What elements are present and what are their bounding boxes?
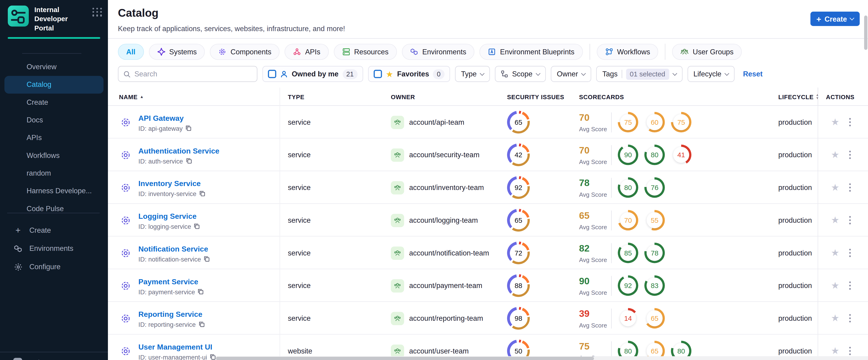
tab-resources[interactable]: Resources — [334, 44, 397, 60]
avg-score-label: Avg Score — [579, 322, 610, 328]
create-button[interactable]: + Create — [810, 11, 860, 26]
scope-dropdown[interactable]: Scope — [495, 66, 546, 82]
copy-icon[interactable] — [204, 256, 210, 262]
lifecycle-cell: production — [778, 151, 818, 159]
tags-dropdown[interactable]: Tags 01 selected — [596, 66, 682, 82]
scorecard-ring: 83 — [644, 275, 665, 296]
favorites-checkbox[interactable] — [374, 70, 382, 78]
avg-score-label: Avg Score — [579, 289, 610, 296]
copy-icon[interactable] — [210, 354, 216, 360]
copy-icon[interactable] — [199, 191, 205, 197]
reset-filters-link[interactable]: Reset — [743, 70, 763, 78]
favorites-filter[interactable]: ★ Favorites 0 — [368, 66, 450, 82]
owned-by-me-filter[interactable]: Owned by me 21 — [262, 66, 363, 82]
favorite-star-icon[interactable]: ★ — [831, 150, 839, 159]
sidebar-item-apis[interactable]: APIs — [0, 129, 108, 147]
divider — [611, 145, 612, 165]
team-icon — [394, 282, 401, 290]
sidebar-item-random[interactable]: random — [0, 164, 108, 182]
tab-environment-blueprints[interactable]: Environment Blueprints — [479, 44, 583, 60]
type-dropdown[interactable]: Type — [455, 66, 490, 82]
app-switcher-icon[interactable] — [92, 8, 102, 16]
entity-name-link[interactable]: User Management UI — [138, 342, 212, 351]
owned-by-me-checkbox[interactable] — [268, 70, 276, 78]
sidebar-item-create[interactable]: Create — [0, 94, 108, 111]
favorite-star-icon[interactable]: ★ — [831, 281, 839, 290]
sidebar-action-create[interactable]: +Create — [0, 221, 108, 239]
kebab-menu-icon[interactable] — [847, 149, 853, 160]
tab-all[interactable]: All — [118, 44, 144, 60]
tab-user-groups[interactable]: User Groups — [672, 44, 742, 60]
help-icon[interactable]: ? — [13, 358, 22, 360]
help-label[interactable]: Help — [29, 358, 43, 360]
security-issues-ring: 65 — [507, 111, 530, 133]
tab-apis[interactable]: APIs — [284, 44, 329, 60]
team-icon — [394, 249, 401, 257]
column-header-lifecycle[interactable]: LIFECYCLE ▲▼ — [778, 93, 818, 100]
scorecards-cell: 65Avg Score7055 — [579, 210, 778, 231]
scorecard-ring: 75 — [671, 112, 691, 132]
horizontal-scrollbar[interactable] — [216, 356, 868, 360]
actions-cell: ★ — [818, 204, 868, 237]
tab-environments[interactable]: Environments — [402, 44, 475, 60]
owner-name: account/logging-team — [409, 216, 478, 224]
copy-icon[interactable] — [186, 158, 192, 164]
tab-components[interactable]: Components — [210, 44, 280, 60]
tab-systems[interactable]: Systems — [149, 44, 205, 60]
entity-name-link[interactable]: Payment Service — [138, 277, 198, 286]
kebab-menu-icon[interactable] — [847, 345, 853, 357]
owner-dropdown[interactable]: Owner — [551, 66, 591, 82]
copy-icon[interactable] — [198, 321, 205, 327]
column-header-name[interactable]: NAME▲ — [108, 88, 280, 106]
kebab-menu-icon[interactable] — [847, 247, 853, 259]
scorecard-ring: 80 — [644, 145, 665, 165]
favorite-star-icon[interactable]: ★ — [831, 346, 839, 356]
scrollbar-thumb[interactable] — [216, 357, 594, 360]
scorecard-value: 90 — [620, 147, 636, 163]
lifecycle-cell: production — [778, 281, 818, 290]
search-box[interactable] — [118, 66, 257, 82]
favorite-star-icon[interactable]: ★ — [831, 248, 839, 258]
copy-icon[interactable] — [194, 223, 200, 229]
sidebar-item-docs[interactable]: Docs — [0, 111, 108, 129]
owned-by-me-label: Owned by me — [292, 70, 339, 78]
scorecard-ring: 76 — [644, 177, 665, 198]
sidebar-item-harness-develope-[interactable]: Harness Develope... — [0, 182, 108, 200]
entity-name-link[interactable]: API Gateway — [138, 114, 184, 122]
avg-score-value: 78 — [579, 177, 610, 188]
scorecard-ring: 70 — [618, 210, 638, 231]
tags-selected-chip: 01 selected — [626, 68, 669, 80]
kebab-menu-icon[interactable] — [847, 280, 853, 291]
owner-name: account/inventory-team — [409, 183, 484, 192]
copy-icon[interactable] — [185, 125, 191, 131]
favorite-star-icon[interactable]: ★ — [831, 313, 839, 323]
entity-name-link[interactable]: Logging Service — [138, 212, 196, 220]
tab-workflows[interactable]: Workflows — [597, 44, 658, 60]
kebab-menu-icon[interactable] — [847, 214, 853, 226]
entity-name-link[interactable]: Reporting Service — [138, 310, 203, 319]
favorite-star-icon[interactable]: ★ — [831, 215, 839, 225]
kebab-menu-icon[interactable] — [847, 312, 853, 324]
chevron-down-icon — [724, 71, 729, 76]
lifecycle-dropdown[interactable]: Lifecycle — [687, 66, 735, 82]
favorite-star-icon[interactable]: ★ — [831, 183, 839, 192]
kebab-menu-icon[interactable] — [847, 182, 853, 193]
actions-cell: ★ — [818, 302, 868, 335]
scorecards-cell: 78Avg Score8076 — [579, 177, 778, 198]
sidebar-item-overview[interactable]: Overview — [0, 58, 108, 76]
divider — [589, 44, 590, 60]
entity-name-link[interactable]: Authentication Service — [138, 147, 219, 155]
type-cell: service — [280, 183, 391, 192]
sidebar-action-environments[interactable]: Environments — [0, 239, 108, 258]
copy-icon[interactable] — [198, 289, 204, 295]
kebab-menu-icon[interactable] — [847, 116, 853, 128]
sidebar-action-configure[interactable]: Configure — [0, 258, 108, 276]
sidebar-item-catalog[interactable]: Catalog — [4, 76, 103, 93]
entity-name-link[interactable]: Inventory Service — [138, 179, 200, 188]
sidebar-item-workflows[interactable]: Workflows — [0, 147, 108, 164]
search-input[interactable] — [134, 70, 252, 78]
scorecard-value: 14 — [620, 310, 636, 326]
vertical-scrollbar-thumb[interactable] — [864, 16, 867, 50]
entity-name-link[interactable]: Notification Service — [138, 245, 208, 253]
favorite-star-icon[interactable]: ★ — [831, 118, 839, 127]
